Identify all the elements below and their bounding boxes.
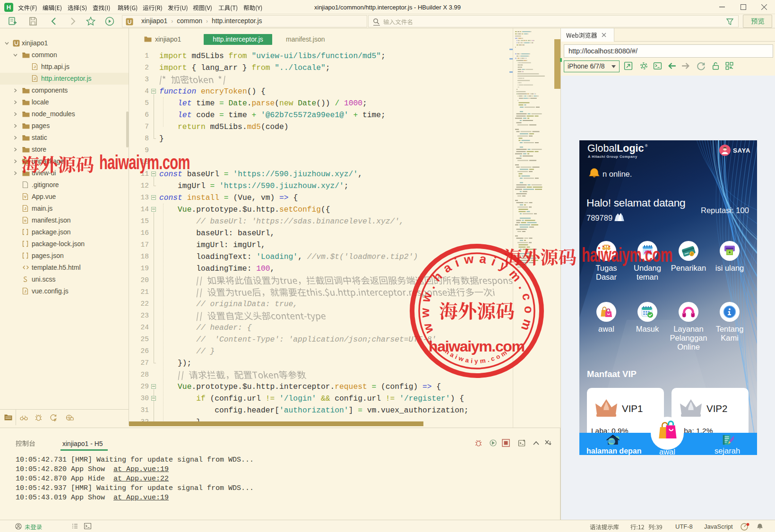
svg-text:J: J (24, 206, 26, 211)
svg-text:haiwaiym.com: haiwaiym.com (429, 338, 525, 355)
svg-text:J: J (34, 65, 35, 69)
svg-text:J: J (34, 77, 35, 81)
svg-text:J: J (24, 289, 26, 293)
svg-text:o: o (24, 218, 26, 223)
svg-text:V: V (24, 195, 27, 199)
